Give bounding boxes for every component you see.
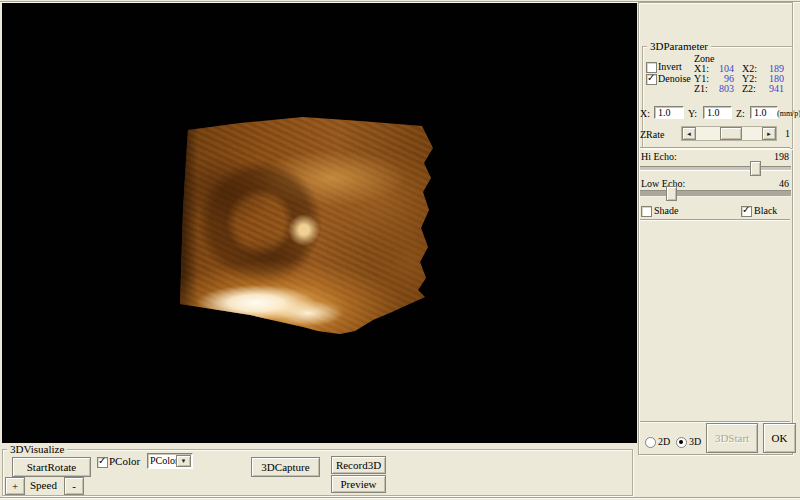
speed-plus-button[interactable]: + [5,477,25,495]
pcolor-checkbox[interactable]: ✓ [97,457,108,468]
mode-2d-radio[interactable] [645,437,656,448]
zrate-scrollbar[interactable]: ◄ ► [681,126,777,141]
preview-button[interactable]: Preview [331,475,386,493]
ultrasound-volume-image [176,110,438,342]
x-scale-label: X: [640,109,650,119]
separator [640,219,790,221]
z-scale-input[interactable] [750,106,778,119]
zone-table: X1: 104 X2: 189 Y1: 96 Y2: 180 Z1: 803 Z… [694,64,784,94]
y-scale-input[interactable] [703,106,732,119]
checkmark-icon: ✓ [647,73,655,83]
low-echo-slider-thumb[interactable] [666,186,677,201]
low-echo-slider[interactable] [640,190,791,197]
mode-2d-radio-label[interactable]: 2D [658,437,670,447]
zone-cell-value: 803 [714,84,734,94]
shade-checkbox[interactable]: ✓ [641,206,652,217]
x-scale-input[interactable] [654,106,684,119]
scroll-right-button[interactable]: ► [762,127,776,140]
app-window: 3DParameter ✓ Invert ✓ Denoise Zone X1: … [0,0,800,500]
hi-echo-slider-thumb[interactable] [750,161,761,176]
checkmark-icon: ✓ [742,205,750,215]
denoise-checkbox[interactable]: ✓ [646,74,657,85]
render-viewport [2,3,637,443]
zrate-scrollbar-thumb[interactable] [720,127,742,140]
pcolor-select-value: PColor [150,456,178,466]
pcolor-select[interactable]: PColor ▼ [147,453,193,469]
y-scale-label: Y: [688,109,697,119]
arrow-left-icon: ◄ [686,131,692,137]
parameter-group-title: 3DParameter [647,41,711,52]
speed-minus-button[interactable]: - [64,477,84,495]
visualize-group-title: 3DVisualize [7,444,67,455]
separator [640,147,790,149]
invert-checkbox-label[interactable]: Invert [658,62,682,72]
low-echo-value: 46 [755,179,789,189]
hi-echo-slider[interactable] [640,166,791,171]
zrate-label: ZRate [640,130,664,140]
zone-cell-value: 941 [762,84,784,94]
record3d-button[interactable]: Record3D [331,456,386,474]
speed-label: Speed [30,480,57,491]
low-echo-label: Low Echo: [641,179,685,189]
scroll-left-button[interactable]: ◄ [682,127,696,140]
ok-button[interactable]: OK [763,423,796,453]
denoise-checkbox-label[interactable]: Denoise [658,74,691,84]
black-checkbox[interactable]: ✓ [741,206,752,217]
mode-3d-radio[interactable] [676,437,687,448]
mode-3d-radio-label[interactable]: 3D [689,437,701,447]
window-bottom-edge [0,497,800,499]
hi-echo-label: Hi Echo: [641,152,677,162]
zone-cell-label: Z2: [742,84,762,94]
black-checkbox-label[interactable]: Black [754,206,777,216]
capture3d-button[interactable]: 3DCapture [251,457,320,477]
shade-checkbox-label[interactable]: Shade [654,206,678,216]
pcolor-checkbox-label[interactable]: PColor [109,456,140,467]
scale-unit-label: (mm/p) [777,109,800,119]
zrate-value: 1 [785,129,790,139]
chevron-down-icon[interactable]: ▼ [176,455,191,467]
z-scale-label: Z: [736,109,745,119]
checkmark-icon: ✓ [98,456,106,466]
start-rotate-button[interactable]: StartRotate [12,457,91,477]
start3d-button[interactable]: 3DStart [706,423,758,453]
zone-cell-label: Z1: [694,84,714,94]
arrow-right-icon: ► [766,131,772,137]
